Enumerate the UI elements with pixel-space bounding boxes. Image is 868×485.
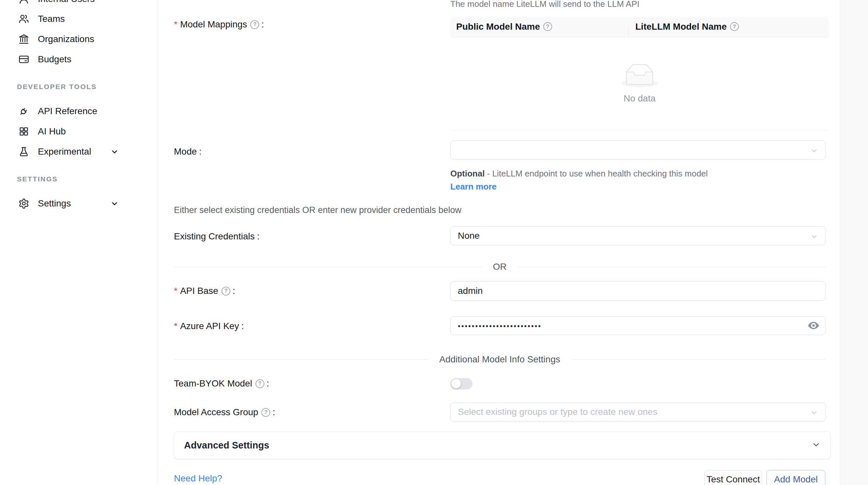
learn-more-link[interactable]: Learn more bbox=[450, 182, 497, 191]
sidebar-item-label: Organizations bbox=[38, 34, 94, 44]
sidebar-item-label: Experimental bbox=[38, 147, 91, 157]
sidebar-item-label: Teams bbox=[38, 14, 65, 24]
eye-icon[interactable] bbox=[807, 319, 820, 332]
additional-settings-divider: Additional Model Info Settings bbox=[174, 354, 826, 365]
model-access-group-select[interactable]: Select existing groups or type to create… bbox=[450, 402, 826, 421]
table-empty-state: No data bbox=[450, 37, 829, 130]
sidebar-item-label: API Reference bbox=[38, 106, 97, 117]
plug-icon bbox=[18, 106, 29, 117]
sidebar-item-label: AI Hub bbox=[38, 126, 66, 137]
chevron-down-icon bbox=[810, 408, 818, 419]
chevron-down-icon bbox=[810, 147, 818, 157]
no-data-text: No data bbox=[624, 93, 656, 104]
help-icon[interactable]: ? bbox=[730, 22, 739, 31]
credentials-note: Either select existing credentials OR en… bbox=[174, 205, 461, 215]
model-access-group-label: Model Access Group ? : bbox=[174, 407, 275, 418]
model-name-note: The model name LiteLLM will send to the … bbox=[450, 0, 640, 9]
required-asterisk: * bbox=[174, 321, 178, 331]
azure-api-key-input[interactable]: •••••••••••••••••••••••• bbox=[450, 316, 826, 335]
test-connect-button[interactable]: Test Connect bbox=[705, 470, 762, 485]
model-mappings-table: Public Model Name ? LiteLLM Model Name ?… bbox=[450, 16, 829, 130]
sidebar-item-settings[interactable]: Settings bbox=[0, 194, 157, 213]
azure-api-key-label: * Azure API Key : bbox=[174, 321, 244, 331]
chevron-down-icon bbox=[810, 232, 818, 243]
sidebar-item-teams[interactable]: Teams bbox=[0, 10, 157, 28]
sidebar: Internal Users Teams Organizations Budge… bbox=[0, 0, 157, 485]
sidebar-item-experimental[interactable]: Experimental bbox=[0, 142, 157, 161]
help-icon[interactable]: ? bbox=[250, 20, 259, 29]
sidebar-item-budgets[interactable]: Budgets bbox=[0, 50, 157, 68]
advanced-settings-title: Advanced Settings bbox=[184, 440, 269, 451]
sidebar-item-label: Budgets bbox=[38, 54, 71, 65]
required-asterisk: * bbox=[174, 286, 178, 296]
empty-inbox-icon bbox=[621, 64, 658, 89]
api-base-label: * API Base ? : bbox=[174, 286, 235, 296]
sidebar-section-developer-tools: DEVELOPER TOOLS bbox=[17, 83, 97, 91]
gear-icon bbox=[18, 198, 29, 209]
existing-credentials-select[interactable]: None bbox=[450, 226, 826, 245]
sidebar-item-ai-hub[interactable]: AI Hub bbox=[0, 122, 157, 140]
existing-credentials-label: Existing Credentials : bbox=[174, 231, 259, 242]
sidebar-item-label: Settings bbox=[38, 198, 71, 209]
sidebar-item-internal-users[interactable]: Internal Users bbox=[0, 0, 157, 8]
masked-password: •••••••••••••••••••••••• bbox=[458, 321, 542, 330]
column-public-model-name: Public Model Name ? bbox=[450, 22, 628, 32]
chevron-down-icon bbox=[110, 148, 119, 156]
team-byok-label: Team-BYOK Model ? : bbox=[174, 378, 269, 389]
credit-card-icon bbox=[18, 54, 29, 65]
flask-icon bbox=[18, 146, 29, 157]
chevron-down-icon bbox=[811, 440, 821, 450]
mode-select[interactable] bbox=[450, 140, 826, 160]
column-litellm-model-name: LiteLLM Model Name ? bbox=[628, 22, 829, 32]
sidebar-item-api-reference[interactable]: API Reference bbox=[0, 102, 157, 120]
table-header-row: Public Model Name ? LiteLLM Model Name ? bbox=[450, 16, 829, 37]
mode-help-text: Optional - LiteLLM endpoint to use when … bbox=[450, 167, 724, 193]
chevron-down-icon bbox=[110, 199, 119, 208]
sidebar-item-organizations[interactable]: Organizations bbox=[0, 30, 157, 48]
help-icon[interactable]: ? bbox=[222, 287, 230, 295]
need-help-link[interactable]: Need Help? bbox=[174, 473, 222, 484]
required-asterisk: * bbox=[174, 19, 178, 30]
bank-icon bbox=[18, 34, 29, 45]
sidebar-item-label: Internal Users bbox=[38, 0, 95, 4]
grid-icon bbox=[18, 126, 29, 137]
team-byok-toggle[interactable] bbox=[450, 378, 472, 389]
model-mappings-label: * Model Mappings ? : bbox=[174, 19, 264, 30]
help-icon[interactable]: ? bbox=[255, 379, 264, 388]
users-icon bbox=[18, 13, 29, 25]
or-divider: OR bbox=[174, 262, 826, 272]
api-base-input[interactable] bbox=[450, 281, 826, 301]
user-icon bbox=[18, 0, 29, 5]
sidebar-section-settings: SETTINGS bbox=[17, 175, 58, 183]
help-icon[interactable]: ? bbox=[543, 22, 552, 31]
add-model-button[interactable]: Add Model bbox=[767, 470, 825, 485]
mode-label: Mode : bbox=[174, 147, 202, 157]
advanced-settings-panel[interactable]: Advanced Settings bbox=[174, 431, 831, 459]
help-icon[interactable]: ? bbox=[261, 408, 270, 417]
page-right-gutter bbox=[840, 0, 868, 485]
